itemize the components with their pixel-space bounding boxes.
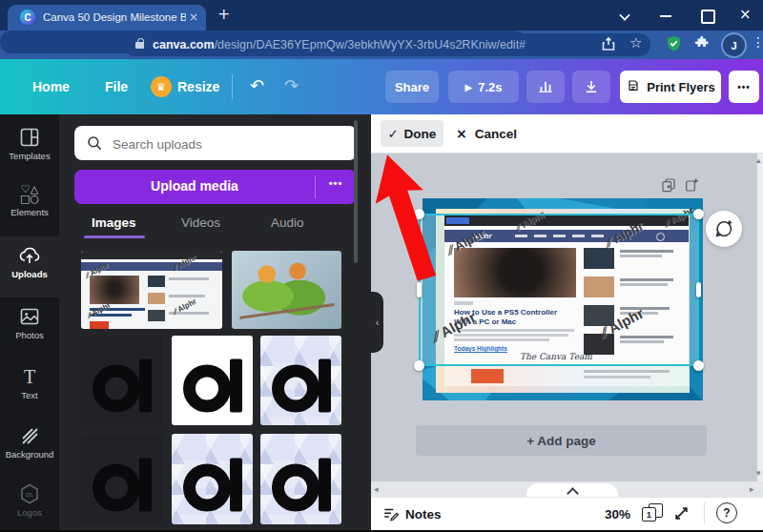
upload-tile-logo-pattern-2[interactable]: a xyxy=(172,434,253,524)
pro-crown-icon: ♛ xyxy=(151,76,172,97)
bottom-bar-divider xyxy=(704,502,705,523)
download-icon xyxy=(583,78,600,95)
undo-icon[interactable]: ↶ xyxy=(250,75,264,95)
done-button[interactable]: ✓ Done xyxy=(381,120,443,147)
extensions-puzzle-icon[interactable] xyxy=(694,35,711,51)
background-stripes-icon xyxy=(18,424,41,447)
home-button[interactable]: Home xyxy=(32,79,70,94)
toolbar-divider xyxy=(232,74,233,99)
svg-text:co.: co. xyxy=(26,491,34,498)
tab-search-icon[interactable] xyxy=(619,10,629,20)
duplicate-page-icon[interactable] xyxy=(661,177,676,193)
uploads-cloud-icon xyxy=(18,244,41,267)
help-button[interactable]: ? xyxy=(716,502,737,523)
timeline-expand-tab[interactable] xyxy=(526,483,618,498)
crop-handle-bottom-left[interactable] xyxy=(414,360,424,371)
resize-button[interactable]: Resize xyxy=(177,79,219,94)
tab-audio[interactable]: Audio xyxy=(271,215,304,230)
play-duration-button[interactable]: ▶ 7.2s xyxy=(448,71,519,103)
redo-icon[interactable]: ↷ xyxy=(284,75,299,95)
sidebar-item-elements[interactable]: ♡△□○ Elements xyxy=(0,181,59,238)
search-icon xyxy=(86,134,103,152)
scroll-right-icon[interactable]: ▸ xyxy=(750,484,754,494)
window-minimize-icon[interactable] xyxy=(660,15,671,17)
toolbar-more-button[interactable]: ••• xyxy=(729,71,759,103)
templates-icon xyxy=(18,126,41,149)
url-text: canva.com/design/DAE36YEpmQw/3ebkhWyYX-3… xyxy=(153,38,526,51)
tab-title: Canva 50 Design Milestone Badg xyxy=(43,11,186,23)
upload-tile-logo-pattern-3[interactable]: a xyxy=(260,434,341,524)
upload-thumb-website[interactable]: Alphr Alphr Alphr Alphr xyxy=(81,251,222,329)
upload-thumb-birds[interactable] xyxy=(232,251,341,329)
sidebar-item-uploads[interactable]: Uploads xyxy=(0,236,59,297)
tab-close-icon[interactable]: × xyxy=(189,10,198,24)
browser-tab-strip: C Canva 50 Design Milestone Badg × + × xyxy=(0,0,763,31)
canvas-vertical-scrollbar[interactable] xyxy=(756,153,763,481)
upload-tile-logo-dark[interactable]: a xyxy=(81,336,162,425)
zoom-level[interactable]: 30% xyxy=(605,507,630,522)
scroll-left-icon[interactable]: ◂ xyxy=(374,484,379,494)
sidebar-item-templates[interactable]: Templates xyxy=(0,122,59,179)
security-shield-icon[interactable] xyxy=(666,35,682,51)
comment-button[interactable] xyxy=(706,211,742,247)
add-page-icon[interactable] xyxy=(684,177,699,193)
tab-images[interactable]: Images xyxy=(92,215,136,230)
crop-handle-bottom-right[interactable] xyxy=(693,360,704,371)
upload-media-button[interactable]: Upload media ••• xyxy=(74,170,357,204)
sidebar-item-text[interactable]: T Text xyxy=(0,362,59,419)
crop-handle-top-right[interactable] xyxy=(693,209,704,219)
logos-hexagon-icon: co. xyxy=(18,482,41,505)
download-button[interactable] xyxy=(572,71,610,103)
image-overflow xyxy=(444,366,689,386)
new-tab-button[interactable]: + xyxy=(217,5,230,23)
scroll-up-icon[interactable]: ▴ xyxy=(756,155,761,165)
elements-shapes-icon: ♡△□○ xyxy=(18,185,41,205)
cancel-button[interactable]: × Cancel xyxy=(456,120,517,147)
file-menu[interactable]: File xyxy=(105,79,128,94)
play-icon: ▶ xyxy=(464,82,472,92)
text-tool-icon: T xyxy=(18,366,41,388)
print-flyers-button[interactable]: Print Flyers xyxy=(620,71,721,103)
search-box[interactable] xyxy=(74,126,357,160)
stats-button[interactable] xyxy=(526,71,565,103)
upload-tile-logo-white[interactable]: a xyxy=(172,336,253,425)
bar-chart-icon xyxy=(537,78,554,95)
notes-icon xyxy=(382,505,400,522)
url-domain: canva.com xyxy=(153,38,215,51)
browser-menu-icon[interactable]: ⋮ xyxy=(752,34,763,50)
selection-border xyxy=(419,214,699,366)
sidebar-item-logos[interactable]: co. Logos xyxy=(0,479,59,532)
upload-tile-logo-pattern[interactable]: a xyxy=(260,336,341,425)
url-path: /design/DAE36YEpmQw/3ebkhWyYX-3rbU4s2RKn… xyxy=(215,38,526,51)
upload-tile-logo-dark-2[interactable]: a xyxy=(81,434,162,524)
share-page-icon[interactable] xyxy=(601,36,616,51)
notes-button[interactable]: Notes xyxy=(405,507,442,522)
crop-handle-right[interactable] xyxy=(696,282,701,297)
window-close-icon[interactable]: × xyxy=(739,6,752,23)
window-maximize-icon[interactable] xyxy=(701,10,715,24)
active-tab-underline xyxy=(84,235,145,238)
pages-indicator[interactable]: 1 xyxy=(642,503,663,522)
scroll-down-icon[interactable]: ▾ xyxy=(756,468,761,478)
sidebar-item-background[interactable]: Background xyxy=(0,420,59,478)
annotation-arrow xyxy=(374,151,460,294)
comment-bubble-icon xyxy=(713,218,734,239)
upload-more-icon[interactable]: ••• xyxy=(315,177,357,189)
bookmark-star-icon[interactable]: ☆ xyxy=(629,34,642,51)
share-button[interactable]: Share xyxy=(385,71,439,103)
check-icon: ✓ xyxy=(388,127,399,141)
printer-icon xyxy=(626,79,641,94)
add-page-button[interactable]: + Add page xyxy=(416,425,707,456)
sidebar-item-photos[interactable]: Photos xyxy=(0,301,59,358)
fullscreen-icon[interactable] xyxy=(673,505,690,522)
photos-icon xyxy=(18,305,41,328)
canva-favicon: C xyxy=(20,10,35,25)
profile-avatar[interactable]: J xyxy=(721,32,747,58)
panel-collapse-button[interactable]: ‹ xyxy=(371,292,383,353)
browser-tab[interactable]: C Canva 50 Design Milestone Badg × xyxy=(8,5,206,31)
cancel-x-icon: × xyxy=(456,126,467,141)
search-input[interactable] xyxy=(111,133,343,155)
panel-scrollbar[interactable] xyxy=(354,120,358,263)
tab-videos[interactable]: Videos xyxy=(181,215,220,230)
